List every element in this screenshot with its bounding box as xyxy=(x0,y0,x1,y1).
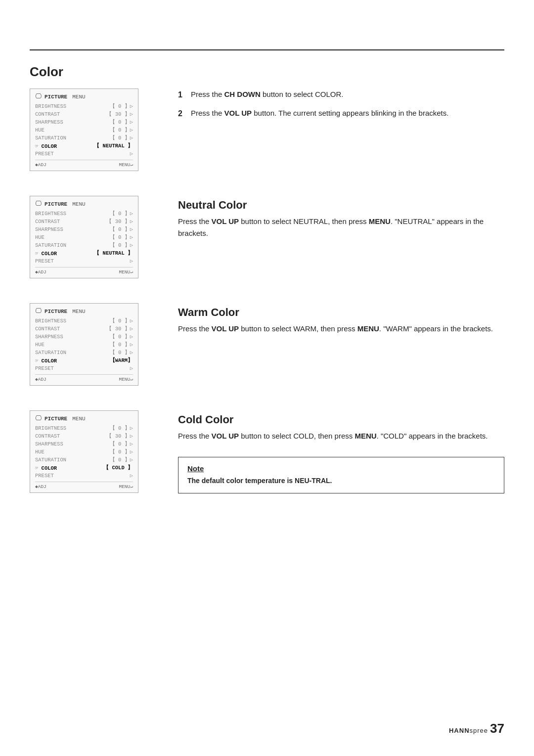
menu-picture-label-warm: PICTURE xyxy=(44,309,67,314)
menu-icon-1: 🖵 xyxy=(35,93,42,100)
menu-row-hue-warm: HUE 【 0 】▷ xyxy=(35,341,133,349)
menu-icon-neutral: 🖵 xyxy=(35,200,42,208)
menu-row-saturation-warm: SATURATION 【 0 】▷ xyxy=(35,349,133,356)
menu-header-1: 🖵 PICTURE MENU xyxy=(35,93,133,100)
menu-row-contrast-cold: CONTRAST 【 30 】▷ xyxy=(35,432,133,440)
menu-return-warm: MENU↵ xyxy=(119,376,133,382)
menu-footer-cold: ◆ADJ MENU↵ xyxy=(35,482,133,489)
menu-menu-label-cold: MENU xyxy=(72,416,85,422)
warm-body: Press the VOL UP button to select WARM, … xyxy=(178,323,504,335)
menu-box-warm: 🖵 PICTURE MENU BRIGHTNESS 【 0 】▷ CONTRAS… xyxy=(30,303,138,386)
menu-row-brightness-warm: BRIGHTNESS 【 0 】▷ xyxy=(35,317,133,325)
menu-row-saturation-1: SATURATION 【 0 】▷ xyxy=(35,134,133,142)
menu-row-sharpness-cold: SHARPNESS 【 0 】▷ xyxy=(35,440,133,448)
menu-box-cold: 🖵 PICTURE MENU BRIGHTNESS 【 0 】▷ CONTRAS… xyxy=(30,410,138,493)
menu-row-hue-1: HUE 【 0 】▷ xyxy=(35,126,133,134)
menu-row-brightness-neutral: BRIGHTNESS 【 0 】▷ xyxy=(35,210,133,218)
cold-color-block: 🖵 PICTURE MENU BRIGHTNESS 【 0 】▷ CONTRAS… xyxy=(30,410,504,500)
warm-color-text: Warm Color Press the VOL UP button to se… xyxy=(178,303,504,393)
menu-header-neutral: 🖵 PICTURE MENU xyxy=(35,200,133,208)
menu-icon-cold: 🖵 xyxy=(35,415,42,422)
menu-panel-warm: 🖵 PICTURE MENU BRIGHTNESS 【 0 】▷ CONTRAS… xyxy=(30,303,158,393)
page-number: 37 xyxy=(490,721,504,736)
menu-header-warm: 🖵 PICTURE MENU xyxy=(35,308,133,315)
menu-footer-1: ◆ADJ MENU↵ xyxy=(35,160,133,168)
neutral-body: Press the VOL UP button to select NEUTRA… xyxy=(178,216,504,239)
menu-row-contrast-neutral: CONTRAST 【 30 】▷ xyxy=(35,218,133,225)
menu-picture-label-cold: PICTURE xyxy=(44,416,67,422)
menu-menu-label-warm: MENU xyxy=(72,309,85,314)
cold-color-text: Cold Color Press the VOL UP button to se… xyxy=(178,410,504,500)
note-body: The default color temperature is NEU-TRA… xyxy=(187,476,495,486)
menu-row-preset-1: PRESET ▷ xyxy=(35,150,133,157)
menu-picture-label-neutral: PICTURE xyxy=(44,201,67,207)
menu-row-sharpness-neutral: SHARPNESS 【 0 】▷ xyxy=(35,225,133,233)
menu-row-brightness-1: BRIGHTNESS 【 0 】▷ xyxy=(35,102,133,110)
top-rule xyxy=(30,49,504,50)
section-title: Color xyxy=(30,64,504,80)
steps-list: 1 Press the CH DOWN button to select COL… xyxy=(178,89,504,120)
menu-adj-warm: ◆ADJ xyxy=(35,376,46,382)
brand-hann: HANN xyxy=(449,727,470,734)
menu-row-contrast-1: CONTRAST 【 30 】▷ xyxy=(35,110,133,118)
menu-menu-label-neutral: MENU xyxy=(72,201,85,207)
menu-box-neutral: 🖵 PICTURE MENU BRIGHTNESS 【 0 】▷ CONTRAS… xyxy=(30,196,138,278)
menu-row-saturation-neutral: SATURATION 【 0 】▷ xyxy=(35,241,133,249)
note-box: Note The default color temperature is NE… xyxy=(178,457,504,493)
color-intro-text: 1 Press the CH DOWN button to select COL… xyxy=(178,89,504,178)
menu-return-1: MENU↵ xyxy=(119,162,133,168)
step-1: 1 Press the CH DOWN button to select COL… xyxy=(178,89,504,101)
brand-spree: spree xyxy=(470,727,489,734)
menu-row-saturation-cold: SATURATION 【 0 】▷ xyxy=(35,456,133,464)
menu-row-color-neutral: ☞ COLOR 【 NEUTRAL 】 xyxy=(35,249,133,257)
menu-adj-cold: ◆ADJ xyxy=(35,484,46,489)
menu-row-sharpness-1: SHARPNESS 【 0 】▷ xyxy=(35,118,133,126)
menu-picture-label-1: PICTURE xyxy=(44,94,67,100)
menu-row-contrast-warm: CONTRAST 【 30 】▷ xyxy=(35,325,133,333)
warm-heading: Warm Color xyxy=(178,306,504,319)
cold-body: Press the VOL UP button to select COLD, … xyxy=(178,430,504,442)
menu-footer-warm: ◆ADJ MENU↵ xyxy=(35,374,133,382)
menu-panel-cold: 🖵 PICTURE MENU BRIGHTNESS 【 0 】▷ CONTRAS… xyxy=(30,410,158,500)
menu-box-1: 🖵 PICTURE MENU BRIGHTNESS 【 0 】▷ CONTRAS… xyxy=(30,89,138,171)
brand-name: HANNspree xyxy=(449,726,488,734)
neutral-color-text: Neutral Color Press the VOL UP button to… xyxy=(178,196,504,285)
menu-menu-label-1: MENU xyxy=(72,94,85,100)
menu-row-color-1: ☞ COLOR 【 NEUTRAL 】 xyxy=(35,142,133,150)
menu-row-preset-neutral: PRESET ▷ xyxy=(35,257,133,265)
menu-adj-1: ◆ADJ xyxy=(35,162,46,168)
menu-adj-neutral: ◆ADJ xyxy=(35,269,46,275)
menu-row-preset-warm: PRESET ▷ xyxy=(35,364,133,372)
menu-row-preset-cold: PRESET ▷ xyxy=(35,472,133,479)
menu-row-hue-cold: HUE 【 0 】▷ xyxy=(35,448,133,456)
menu-row-sharpness-warm: SHARPNESS 【 0 】▷ xyxy=(35,333,133,341)
neutral-heading: Neutral Color xyxy=(178,199,504,212)
menu-return-neutral: MENU↵ xyxy=(119,269,133,275)
menu-row-color-warm: ☞ COLOR 【WARM】 xyxy=(35,356,133,364)
menu-row-brightness-cold: BRIGHTNESS 【 0 】▷ xyxy=(35,424,133,432)
menu-header-cold: 🖵 PICTURE MENU xyxy=(35,415,133,422)
menu-panel-neutral: 🖵 PICTURE MENU BRIGHTNESS 【 0 】▷ CONTRAS… xyxy=(30,196,158,285)
menu-footer-neutral: ◆ADJ MENU↵ xyxy=(35,267,133,275)
neutral-color-block: 🖵 PICTURE MENU BRIGHTNESS 【 0 】▷ CONTRAS… xyxy=(30,196,504,285)
warm-color-block: 🖵 PICTURE MENU BRIGHTNESS 【 0 】▷ CONTRAS… xyxy=(30,303,504,393)
menu-panel-color: 🖵 PICTURE MENU BRIGHTNESS 【 0 】▷ CONTRAS… xyxy=(30,89,158,178)
cold-heading: Cold Color xyxy=(178,413,504,426)
color-intro-block: 🖵 PICTURE MENU BRIGHTNESS 【 0 】▷ CONTRAS… xyxy=(30,89,504,178)
menu-row-color-cold: ☞ COLOR 【 COLD 】 xyxy=(35,464,133,472)
step-2: 2 Press the VOL UP button. The current s… xyxy=(178,107,504,120)
note-title: Note xyxy=(187,464,495,473)
page-footer: HANNspree 37 xyxy=(449,721,504,736)
menu-return-cold: MENU↵ xyxy=(119,484,133,489)
menu-icon-warm: 🖵 xyxy=(35,308,42,315)
menu-row-hue-neutral: HUE 【 0 】▷ xyxy=(35,233,133,241)
